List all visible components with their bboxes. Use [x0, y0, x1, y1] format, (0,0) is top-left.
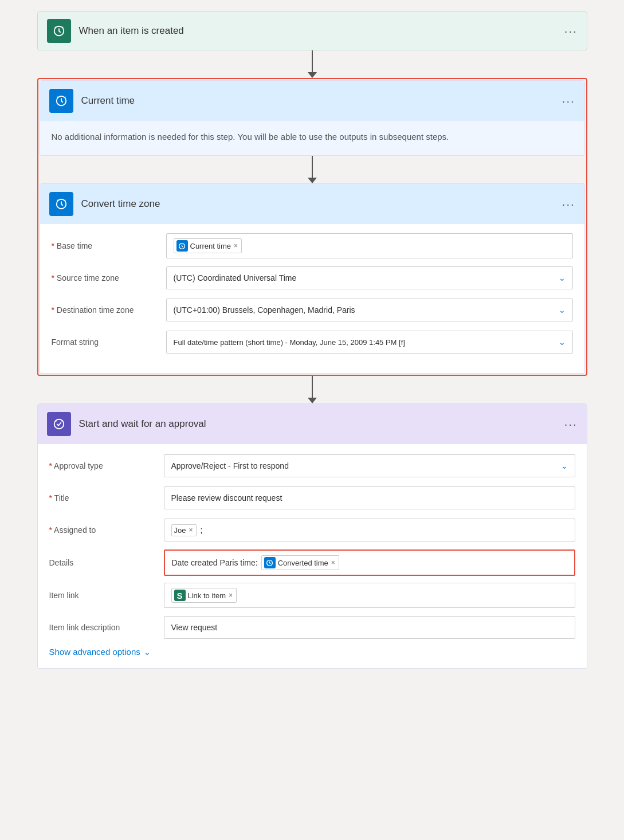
current-time-header: Current time ···	[40, 81, 584, 121]
base-time-label: Base time	[52, 241, 166, 250]
approval-block: Start and wait for an approval ··· Appro…	[37, 403, 587, 669]
current-time-title: Current time	[81, 95, 135, 107]
convert-timezone-body: Base time C	[40, 224, 584, 373]
approval-title: Start and wait for an approval	[79, 418, 206, 430]
details-input[interactable]: Date created Paris time: Converted time …	[164, 549, 575, 576]
trigger-icon	[47, 19, 71, 43]
link-to-item-chip: S Link to item ×	[171, 588, 237, 603]
base-time-field: Current time ×	[166, 233, 573, 258]
chip-clock-icon	[176, 240, 188, 252]
approval-title-row: Title Please review discount request	[49, 485, 575, 511]
link-to-item-chip-close[interactable]: ×	[229, 591, 233, 599]
current-time-dots[interactable]: ···	[562, 95, 575, 108]
assigned-to-field: Joe × ;	[164, 519, 575, 541]
details-label: Details	[49, 558, 164, 567]
red-outline-section: Current time ··· No additional informati…	[37, 78, 587, 376]
assigned-semicolon: ;	[200, 525, 202, 535]
base-time-chip-text: Current time	[190, 242, 231, 250]
joe-chip-text: Joe	[174, 526, 186, 535]
arrow-2	[308, 376, 317, 403]
approval-title-input[interactable]: Please review discount request	[164, 486, 575, 509]
base-time-chip: Current time ×	[174, 238, 242, 253]
convert-timezone-dots[interactable]: ···	[562, 198, 575, 211]
details-prefix: Date created Paris time:	[172, 558, 258, 567]
format-string-value: Full date/time pattern (short time) - Mo…	[174, 338, 405, 347]
current-time-info: No additional information is needed for …	[52, 130, 573, 144]
dest-timezone-chevron: ⌄	[559, 305, 566, 315]
details-field-wrapper: Date created Paris time: Converted time …	[164, 549, 575, 576]
assigned-to-row: Assigned to Joe × ;	[49, 517, 575, 543]
convert-timezone-block: Convert time zone ··· Base time	[40, 183, 585, 374]
approval-type-value: Approve/Reject - First to respond	[171, 461, 289, 470]
source-timezone-row: Source time zone (UTC) Coordinated Unive…	[52, 265, 573, 291]
convert-timezone-header: Convert time zone ···	[40, 184, 584, 224]
approval-type-row: Approval type Approve/Reject - First to …	[49, 453, 575, 478]
item-link-row: Item link S Link to item ×	[49, 583, 575, 608]
approval-type-chevron: ⌄	[561, 461, 568, 470]
current-time-block: Current time ··· No additional informati…	[40, 80, 585, 156]
base-time-chip-close[interactable]: ×	[234, 242, 238, 250]
trigger-title: When an item is created	[79, 25, 184, 37]
item-link-input[interactable]: S Link to item ×	[164, 583, 575, 608]
format-string-dropdown[interactable]: Full date/time pattern (short time) - Mo…	[166, 331, 573, 354]
trigger-block: When an item is created ···	[37, 11, 587, 50]
approval-header: Start and wait for an approval ···	[38, 404, 587, 444]
convert-timezone-icon	[49, 192, 73, 216]
approval-title-value: Please review discount request	[171, 493, 282, 503]
advanced-options-chevron: ⌄	[144, 647, 151, 657]
show-advanced-options[interactable]: Show advanced options ⌄	[49, 647, 575, 657]
joe-chip: Joe ×	[171, 524, 197, 536]
details-row: Details Date created Paris time: Conver	[49, 549, 575, 576]
dest-timezone-field: (UTC+01:00) Brussels, Copenhagen, Madrid…	[166, 299, 573, 321]
dest-timezone-value: (UTC+01:00) Brussels, Copenhagen, Madrid…	[174, 305, 355, 315]
base-time-input[interactable]: Current time ×	[166, 233, 573, 258]
main-container: When an item is created ···	[37, 11, 587, 829]
item-link-desc-label: Item link description	[49, 623, 164, 632]
link-to-item-chip-icon: S	[174, 590, 186, 601]
approval-title-field: Please review discount request	[164, 486, 575, 509]
converted-time-chip: Converted time ×	[261, 555, 339, 570]
item-link-field: S Link to item ×	[164, 583, 575, 608]
link-to-item-chip-text: Link to item	[188, 591, 226, 600]
advanced-options-label: Show advanced options	[49, 647, 140, 657]
item-link-desc-value: View request	[171, 623, 218, 632]
joe-chip-close[interactable]: ×	[189, 526, 193, 534]
base-time-row: Base time C	[52, 233, 573, 258]
converted-time-chip-text: Converted time	[278, 559, 328, 567]
approval-type-field: Approve/Reject - First to respond ⌄	[164, 454, 575, 477]
arrow-1	[308, 50, 317, 78]
format-string-label: Format string	[52, 337, 166, 347]
dest-timezone-row: Destination time zone (UTC+01:00) Brusse…	[52, 297, 573, 323]
approval-title-label: Title	[49, 493, 164, 503]
item-link-desc-field: View request	[164, 616, 575, 639]
approval-icon	[47, 412, 71, 436]
source-timezone-label: Source time zone	[52, 273, 166, 282]
assigned-to-label: Assigned to	[49, 525, 164, 535]
format-string-row: Format string Full date/time pattern (sh…	[52, 329, 573, 355]
converted-time-chip-icon	[264, 557, 276, 568]
approval-type-label: Approval type	[49, 461, 164, 470]
dest-timezone-dropdown[interactable]: (UTC+01:00) Brussels, Copenhagen, Madrid…	[166, 299, 573, 321]
item-link-label: Item link	[49, 591, 164, 600]
trigger-dots-menu[interactable]: ···	[564, 25, 578, 38]
format-string-chevron: ⌄	[559, 337, 566, 347]
source-timezone-value: (UTC) Coordinated Universal Time	[174, 273, 297, 282]
convert-timezone-title: Convert time zone	[81, 198, 160, 210]
dest-timezone-label: Destination time zone	[52, 305, 166, 315]
source-timezone-chevron: ⌄	[559, 273, 566, 282]
source-timezone-field: (UTC) Coordinated Universal Time ⌄	[166, 266, 573, 289]
current-time-icon	[49, 89, 73, 113]
current-time-body: No additional information is needed for …	[40, 121, 584, 155]
format-string-field: Full date/time pattern (short time) - Mo…	[166, 331, 573, 354]
arrow-inner	[308, 156, 317, 183]
approval-dots[interactable]: ···	[564, 418, 578, 431]
approval-body: Approval type Approve/Reject - First to …	[38, 444, 587, 668]
source-timezone-dropdown[interactable]: (UTC) Coordinated Universal Time ⌄	[166, 266, 573, 289]
assigned-to-input[interactable]: Joe × ;	[164, 519, 575, 541]
item-link-desc-row: Item link description View request	[49, 615, 575, 640]
approval-type-dropdown[interactable]: Approve/Reject - First to respond ⌄	[164, 454, 575, 477]
assigned-chips: Joe × ;	[171, 524, 203, 536]
item-link-desc-input[interactable]: View request	[164, 616, 575, 639]
converted-time-chip-close[interactable]: ×	[331, 559, 335, 567]
